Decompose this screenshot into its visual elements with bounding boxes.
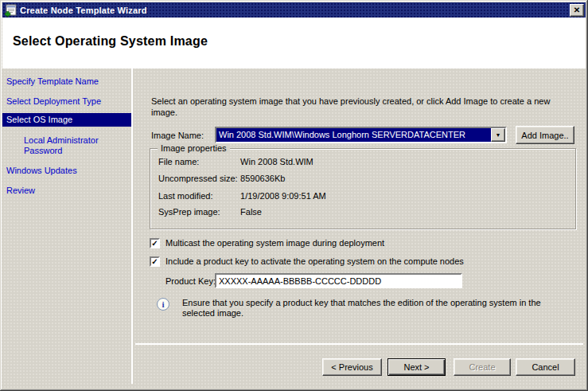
- image-properties-legend: Image properties: [158, 143, 230, 153]
- property-value: False: [240, 207, 262, 217]
- multicast-checkbox-row: ✓ Multicast the operating system image d…: [150, 238, 384, 248]
- sidebar-item-local-administrator-password[interactable]: Local Administrator Password: [2, 135, 122, 156]
- dropdown-arrow-button[interactable]: ▼: [491, 128, 505, 142]
- wizard-app-icon: [4, 4, 17, 17]
- add-image-button[interactable]: Add Image..: [516, 126, 574, 144]
- property-row-last-modified: Last modified: 1/19/2008 9:09:51 AM: [158, 191, 326, 201]
- close-button[interactable]: ✕: [570, 4, 584, 17]
- info-note-text: Ensure that you specify a product key th…: [182, 298, 563, 319]
- image-name-dropdown[interactable]: Win 2008 Std.WIM\Windows Longhorn SERVER…: [215, 127, 507, 143]
- image-name-label: Image Name:: [151, 131, 204, 140]
- multicast-checkbox[interactable]: ✓: [150, 238, 160, 248]
- product-key-label: Product Key:: [165, 276, 216, 286]
- info-icon: i: [157, 298, 169, 311]
- sidebar-item-select-os-image[interactable]: Select OS Image: [2, 113, 132, 127]
- property-label: Last modified:: [158, 191, 238, 201]
- sidebar-item-specify-template-name[interactable]: Specify Template Name: [2, 76, 132, 87]
- product-key-input[interactable]: [215, 273, 462, 288]
- close-icon: ✕: [574, 6, 580, 14]
- window-title: Create Node Template Wizard: [20, 6, 570, 15]
- titlebar[interactable]: Create Node Template Wizard ✕: [2, 2, 586, 18]
- checkmark-icon: ✓: [151, 257, 158, 266]
- cancel-button[interactable]: Cancel: [516, 358, 575, 376]
- page-description: Select an operating system image that yo…: [151, 96, 573, 118]
- property-label: SysPrep image:: [158, 207, 238, 217]
- property-label: File name:: [158, 157, 238, 166]
- include-product-key-checkbox[interactable]: ✓: [150, 256, 160, 267]
- property-row-file-name: File name: Win 2008 Std.WIM: [158, 157, 313, 166]
- wizard-page-header: Select Operating System Image: [2, 18, 586, 68]
- next-button[interactable]: Next >: [387, 358, 446, 376]
- sidebar-separator: [131, 68, 133, 384]
- sidebar-item-review[interactable]: Review: [2, 186, 132, 196]
- page-title: Select Operating System Image: [13, 34, 208, 49]
- sidebar-item-windows-updates[interactable]: Windows Updates: [2, 166, 132, 176]
- previous-button[interactable]: < Previous: [322, 358, 382, 376]
- property-value: Win 2008 Std.WIM: [240, 157, 313, 166]
- info-note-row: i Ensure that you specify a product key …: [157, 298, 563, 319]
- property-row-sysprep-image: SysPrep image: False: [158, 207, 262, 217]
- multicast-checkbox-label: Multicast the operating system image dur…: [165, 238, 384, 248]
- property-value: 8590636Kb: [240, 174, 285, 183]
- main-panel: Select an operating system image that yo…: [135, 68, 586, 343]
- image-properties-groupbox: Image properties File name: Win 2008 Std…: [150, 148, 576, 229]
- wizard-window: Create Node Template Wizard ✕ Select Ope…: [0, 0, 588, 391]
- checkmark-icon: ✓: [151, 239, 158, 248]
- product-key-checkbox-row: ✓ Include a product key to activate the …: [150, 256, 464, 267]
- property-value: 1/19/2008 9:09:51 AM: [240, 191, 326, 201]
- create-button: Create: [454, 358, 511, 376]
- image-name-selected-value: Win 2008 Std.WIM\Windows Longhorn SERVER…: [216, 128, 491, 142]
- wizard-steps-sidebar: Specify Template Name Select Deployment …: [2, 68, 132, 196]
- property-label: Uncompressed size:: [158, 174, 238, 183]
- chevron-down-icon: ▼: [496, 132, 501, 138]
- sidebar-item-select-deployment-type[interactable]: Select Deployment Type: [2, 96, 132, 107]
- include-product-key-checkbox-label: Include a product key to activate the op…: [165, 256, 464, 267]
- footer-separator: [135, 343, 583, 345]
- property-row-uncompressed-size: Uncompressed size: 8590636Kb: [158, 174, 285, 183]
